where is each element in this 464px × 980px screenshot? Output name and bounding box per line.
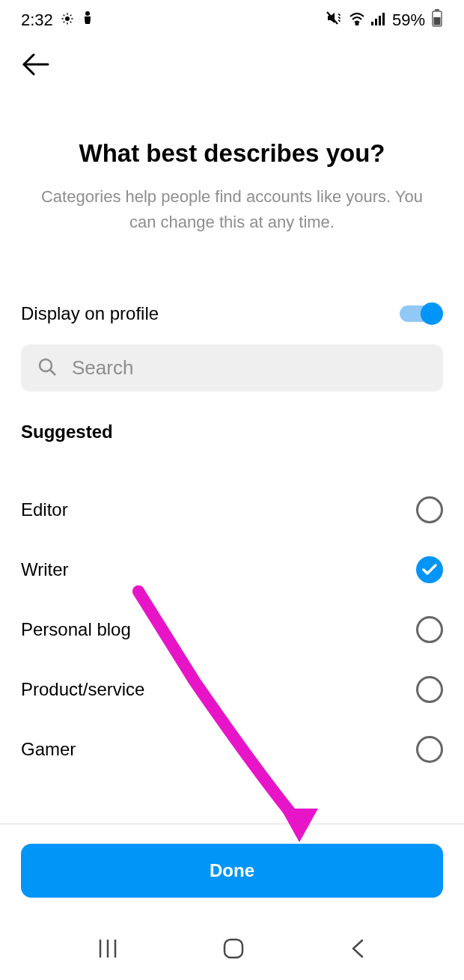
- back-nav-button[interactable]: [349, 938, 367, 962]
- category-label: Gamer: [21, 739, 76, 760]
- page-subtitle: Categories help people find accounts lik…: [0, 184, 464, 235]
- status-right: 59%: [326, 9, 443, 31]
- status-bar: 2:32 59%: [0, 0, 464, 37]
- svg-rect-13: [375, 19, 377, 25]
- category-item-editor[interactable]: Editor: [0, 480, 464, 540]
- category-item-gamer[interactable]: Gamer: [0, 719, 464, 779]
- category-label: Editor: [21, 499, 68, 520]
- search-input[interactable]: [72, 356, 427, 380]
- status-time: 2:32: [21, 10, 53, 30]
- search-icon: [37, 357, 57, 380]
- signal-icon: [371, 10, 386, 30]
- suggested-header: Suggested: [0, 421, 464, 442]
- svg-line-5: [64, 15, 65, 16]
- svg-rect-27: [225, 940, 242, 958]
- back-button[interactable]: [0, 37, 464, 87]
- category-item-writer[interactable]: Writer: [0, 540, 464, 600]
- radio-unchecked-icon: [416, 496, 443, 523]
- arrow-left-icon: [21, 66, 51, 79]
- svg-rect-12: [371, 22, 373, 25]
- radio-unchecked-icon: [416, 676, 443, 703]
- radio-checked-icon: [416, 556, 443, 583]
- svg-line-7: [64, 22, 65, 23]
- battery-percent: 59%: [392, 10, 425, 30]
- svg-point-9: [85, 11, 90, 16]
- svg-point-11: [355, 23, 358, 25]
- separator: [0, 824, 464, 824]
- svg-marker-22: [281, 809, 318, 842]
- search-box[interactable]: [21, 344, 443, 392]
- svg-rect-15: [382, 13, 385, 25]
- display-on-profile-toggle[interactable]: [398, 302, 443, 325]
- svg-line-6: [70, 22, 72, 23]
- category-label: Writer: [21, 559, 69, 580]
- radio-unchecked-icon: [416, 736, 443, 763]
- svg-line-8: [70, 15, 72, 16]
- category-list: Editor Writer Personal blog Product/serv…: [0, 480, 464, 779]
- android-nav-bar: [0, 920, 464, 980]
- display-on-profile-label: Display on profile: [21, 303, 159, 324]
- person-icon: [82, 10, 94, 30]
- svg-point-20: [40, 359, 52, 371]
- svg-point-0: [65, 16, 70, 21]
- home-button[interactable]: [222, 937, 245, 963]
- svg-rect-18: [434, 17, 441, 25]
- wifi-icon: [349, 10, 365, 30]
- svg-line-21: [50, 370, 55, 375]
- sun-icon: [61, 10, 74, 30]
- category-item-personal-blog[interactable]: Personal blog: [0, 600, 464, 660]
- svg-rect-17: [435, 9, 439, 11]
- status-left: 2:32: [21, 10, 94, 30]
- recent-apps-button[interactable]: [97, 938, 118, 962]
- mute-vibrate-icon: [326, 10, 343, 30]
- category-item-product-service[interactable]: Product/service: [0, 660, 464, 719]
- display-on-profile-row: Display on profile: [0, 302, 464, 325]
- radio-unchecked-icon: [416, 616, 443, 643]
- category-label: Personal blog: [21, 619, 131, 640]
- battery-icon: [431, 9, 443, 31]
- done-button[interactable]: Done: [21, 844, 443, 898]
- category-label: Product/service: [21, 679, 144, 700]
- page-title: What best describes you?: [0, 139, 464, 168]
- svg-rect-14: [379, 16, 381, 25]
